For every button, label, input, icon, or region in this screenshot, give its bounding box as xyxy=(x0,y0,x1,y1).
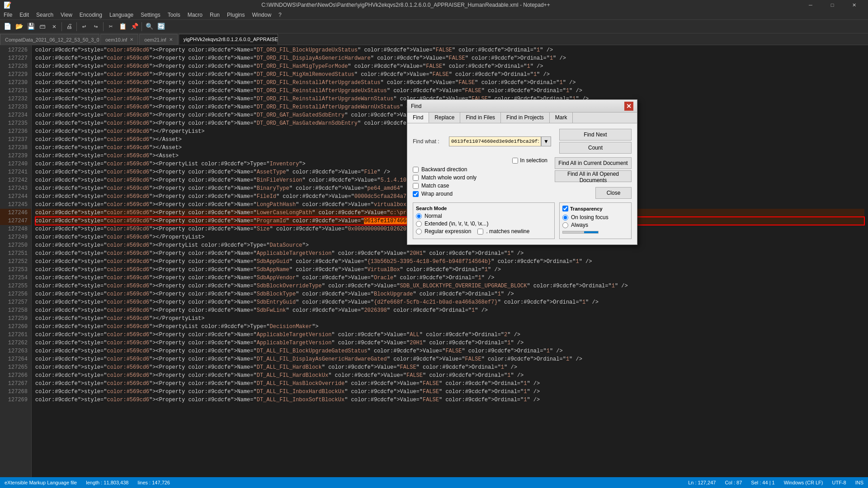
tab-compatdata[interactable]: CompatData_2021_06_12_22_53_50_3_006f001… xyxy=(0,34,99,45)
code-line-127263[interactable]: color:#9cdcfe">style="color:#569cd6"><Pr… xyxy=(35,347,864,355)
find-what-dropdown[interactable]: ▼ xyxy=(541,136,551,146)
code-line-127226[interactable]: color:#9cdcfe">style="color:#569cd6"><Pr… xyxy=(35,46,864,54)
match-case-checkbox[interactable] xyxy=(413,183,419,189)
code-line-127228[interactable]: color:#9cdcfe">style="color:#569cd6"><Pr… xyxy=(35,62,864,70)
tab-oem21[interactable]: oem21.inf ✕ xyxy=(139,34,177,45)
find-tab-mark[interactable]: Mark xyxy=(550,113,573,123)
replace-button[interactable]: 🔄 xyxy=(156,21,166,32)
print-button[interactable]: 🖨 xyxy=(64,21,75,32)
find-what-label: Find what : xyxy=(413,138,449,145)
find-button[interactable]: 🔍 xyxy=(144,21,155,32)
find-dialog-close-button[interactable]: ✕ xyxy=(624,102,633,111)
minimize-button[interactable]: ─ xyxy=(800,0,821,10)
line-num-127262: 127262 xyxy=(0,339,31,347)
regex-mode-radio[interactable] xyxy=(416,229,422,235)
count-button[interactable]: Count xyxy=(559,142,632,154)
statusbar-right: Ln : 127,247 Col : 87 Sel : 44 | 1 Windo… xyxy=(688,480,863,485)
extended-mode-row: Extended (\n, \r, \t, \0, \x...) xyxy=(416,221,552,227)
find-all-opened-button[interactable]: Find All in All Opened Documents xyxy=(555,170,632,182)
paste-button[interactable]: 📌 xyxy=(129,21,140,32)
code-line-127253[interactable]: color:#9cdcfe">style="color:#569cd6"><Pr… xyxy=(35,266,864,274)
menu-item-encoding[interactable]: Encoding xyxy=(76,10,106,19)
matches-newline-checkbox[interactable] xyxy=(477,229,483,235)
menu-item-view[interactable]: View xyxy=(57,10,76,19)
menu-item-file[interactable]: File xyxy=(0,10,16,19)
code-line-127259[interactable]: color:#9cdcfe">style="color:#569cd6"></P… xyxy=(35,314,864,323)
find-what-input[interactable] xyxy=(449,136,541,146)
code-line-127251[interactable]: color:#9cdcfe">style="color:#569cd6"><Pr… xyxy=(35,249,864,258)
code-line-127267[interactable]: color:#9cdcfe">style="color:#569cd6"><Pr… xyxy=(35,380,864,388)
line-num-127265: 127265 xyxy=(0,363,31,371)
tab-oem10[interactable]: oem10.inf ✕ xyxy=(100,34,138,45)
code-line-127269[interactable]: color:#9cdcfe">style="color:#569cd6"><Pr… xyxy=(35,396,864,404)
transparency-slider[interactable] xyxy=(562,231,599,234)
transparency-checkbox[interactable] xyxy=(562,206,568,211)
find-tab-find-in-projects[interactable]: Find in Projects xyxy=(501,113,550,123)
code-line-127258[interactable]: color:#9cdcfe">style="color:#569cd6"><Pr… xyxy=(35,306,864,314)
code-line-127231[interactable]: color:#9cdcfe">style="color:#569cd6"><Pr… xyxy=(35,87,864,95)
toolbar-separator-2 xyxy=(76,22,77,31)
find-all-current-button[interactable]: Find All in Current Document xyxy=(555,157,632,169)
menu-item-language[interactable]: Language xyxy=(106,10,137,19)
tab-appraiser[interactable]: yigPHVk2ekqvs2r8.0.1.2.6.0.0_APPRAISER_H… xyxy=(179,34,278,45)
code-line-127262[interactable]: color:#9cdcfe">style="color:#569cd6"><Pr… xyxy=(35,339,864,347)
file-type-label: eXtensible Markup Language file xyxy=(5,480,77,485)
code-line-127265[interactable]: color:#9cdcfe">style="color:#569cd6"><Pr… xyxy=(35,363,864,371)
find-close-button[interactable]: Close xyxy=(595,187,632,199)
close-button[interactable]: ✕ xyxy=(844,0,864,10)
code-line-127268[interactable]: color:#9cdcfe">style="color:#569cd6"><Pr… xyxy=(35,388,864,396)
menu-item-window[interactable]: Window xyxy=(248,10,275,19)
code-line-127227[interactable]: color:#9cdcfe">style="color:#569cd6"><Pr… xyxy=(35,54,864,62)
always-radio[interactable] xyxy=(562,222,568,228)
match-whole-word-checkbox[interactable] xyxy=(413,175,419,181)
code-line-127229[interactable]: color:#9cdcfe">style="color:#569cd6"><Pr… xyxy=(35,70,864,79)
regex-mode-row: Regular expression . matches newline xyxy=(416,228,552,235)
normal-mode-radio[interactable] xyxy=(416,213,422,219)
menu-item-run[interactable]: Run xyxy=(206,10,223,19)
backward-direction-checkbox[interactable] xyxy=(413,167,419,173)
code-line-127256[interactable]: color:#9cdcfe">style="color:#569cd6"><Pr… xyxy=(35,290,864,298)
code-line-127255[interactable]: color:#9cdcfe">style="color:#569cd6"><Pr… xyxy=(35,282,864,290)
menu-item-search[interactable]: Search xyxy=(33,10,57,19)
copy-button[interactable]: 📋 xyxy=(117,21,128,32)
code-line-127261[interactable]: color:#9cdcfe">style="color:#569cd6"><Pr… xyxy=(35,331,864,339)
code-line-127260[interactable]: color:#9cdcfe">style="color:#569cd6"><Pr… xyxy=(35,323,864,331)
on-losing-focus-radio[interactable] xyxy=(562,215,568,221)
find-tab-replace[interactable]: Replace xyxy=(429,113,460,123)
code-line-127264[interactable]: color:#9cdcfe">style="color:#569cd6"><Pr… xyxy=(35,355,864,363)
code-line-127257[interactable]: color:#9cdcfe">style="color:#569cd6"><Pr… xyxy=(35,298,864,306)
wrap-around-checkbox[interactable] xyxy=(413,191,419,197)
eol-label: Windows (CR LF) xyxy=(784,480,823,485)
save-all-button[interactable]: 🗃 xyxy=(37,21,48,32)
maximize-button[interactable]: □ xyxy=(822,0,843,10)
save-button[interactable]: 💾 xyxy=(25,21,36,32)
cut-button[interactable]: ✂ xyxy=(105,21,116,32)
code-line-127230[interactable]: color:#9cdcfe">style="color:#569cd6"><Pr… xyxy=(35,79,864,87)
match-case-label: Match case xyxy=(421,183,449,189)
menu-item-edit[interactable]: Edit xyxy=(16,10,33,19)
tab-label-appraiser: yigPHVk2ekqvs2r8.0.1.2.6.0.0_APPRAISER_H… xyxy=(184,37,278,42)
tab-close-oem10[interactable]: ✕ xyxy=(130,37,133,42)
close-file-button[interactable]: ✕ xyxy=(49,21,60,32)
find-tab-find-in-files[interactable]: Find in Files xyxy=(460,113,501,123)
undo-button[interactable]: ↩ xyxy=(79,21,90,32)
menu-item-?[interactable]: ? xyxy=(275,10,285,19)
find-tab-find[interactable]: Find xyxy=(407,113,429,123)
menu-item-macro[interactable]: Macro xyxy=(184,10,206,19)
find-next-button[interactable]: Find Next xyxy=(559,129,632,141)
menu-item-settings[interactable]: Settings xyxy=(137,10,164,19)
redo-button[interactable]: ↪ xyxy=(90,21,101,32)
tab-close-oem21[interactable]: ✕ xyxy=(169,37,173,42)
extended-mode-radio[interactable] xyxy=(416,221,422,227)
code-line-127254[interactable]: color:#9cdcfe">style="color:#569cd6"><Pr… xyxy=(35,274,864,282)
code-line-127266[interactable]: color:#9cdcfe">style="color:#569cd6"><Pr… xyxy=(35,371,864,380)
line-num-127243: 127243 xyxy=(0,184,31,192)
open-button[interactable]: 📂 xyxy=(14,21,24,32)
menu-item-tools[interactable]: Tools xyxy=(164,10,184,19)
menu-item-plugins[interactable]: Plugins xyxy=(223,10,248,19)
find-dialog-titlebar: Find ✕ xyxy=(407,100,637,113)
code-line-127252[interactable]: color:#9cdcfe">style="color:#569cd6"><Pr… xyxy=(35,258,864,266)
backward-direction-label: Backward direction xyxy=(421,166,467,173)
new-button[interactable]: 📄 xyxy=(2,21,13,32)
in-selection-checkbox[interactable] xyxy=(512,158,518,164)
